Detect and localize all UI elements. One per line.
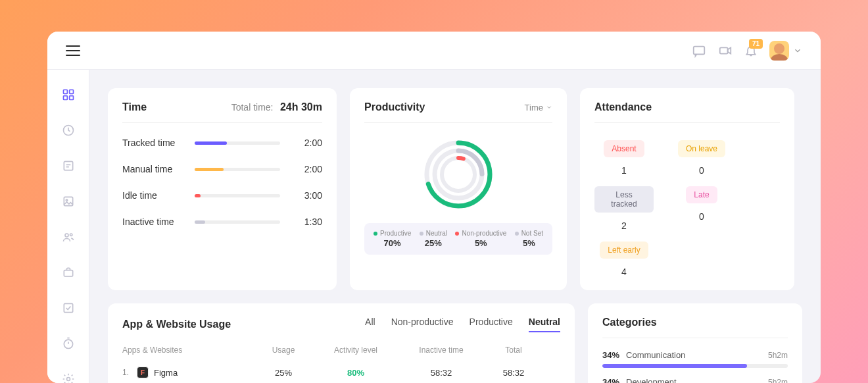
categories-rows: 34% Communication 5h2m 34% Development 5… xyxy=(602,338,788,383)
svg-rect-3 xyxy=(69,90,73,94)
productivity-dropdown[interactable]: Time xyxy=(525,103,552,113)
inactive-time: 58:32 xyxy=(398,368,484,378)
usage-rows: 1.FFigma 25% 80% 58:32 58:322.✱Slack 55%… xyxy=(122,361,560,383)
time-bar xyxy=(195,168,280,171)
legend-item: Non-productive5% xyxy=(455,230,506,248)
usage-card: App & Website Usage AllNon-productivePro… xyxy=(108,303,575,383)
attendance-card-title: Attendance xyxy=(594,101,652,113)
profile-button[interactable] xyxy=(769,41,802,61)
attendance-card: Attendance Absent 1On leave 0Less tracke… xyxy=(580,88,794,290)
time-row-label: Inactive time xyxy=(122,217,195,227)
attendance-count: 0 xyxy=(672,165,731,176)
usage-tabs: AllNon-productiveProductiveNeutral xyxy=(365,317,560,332)
usage-tab[interactable]: Non-productive xyxy=(391,317,454,332)
total-time: Total time: 24h 30m xyxy=(231,101,322,113)
notification-badge: 71 xyxy=(749,39,763,49)
sidebar-dashboard-icon[interactable] xyxy=(62,88,75,104)
cards-row-1: Time Total time: 24h 30m Tracked time 2:… xyxy=(108,88,802,290)
time-row-value: 2:00 xyxy=(296,164,322,174)
time-row-value: 3:00 xyxy=(296,190,322,201)
sidebar-briefcase-icon[interactable] xyxy=(62,266,75,282)
attendance-item: Left early 4 xyxy=(594,242,654,277)
categories-card: Categories 34% Communication 5h2m 34% De… xyxy=(588,303,802,383)
content: Time Total time: 24h 30m Tracked time 2:… xyxy=(89,70,821,383)
time-card-title: Time xyxy=(122,101,147,113)
category-name: Communication xyxy=(626,350,761,360)
sidebar-document-icon[interactable] xyxy=(62,159,75,175)
col-inactive: Inactive time xyxy=(398,345,484,355)
time-row: Tracked time 2:00 xyxy=(122,138,322,148)
svg-rect-13 xyxy=(64,303,72,312)
attendance-count: 1 xyxy=(594,165,654,176)
productivity-dropdown-label: Time xyxy=(525,103,543,113)
attendance-tag[interactable]: Left early xyxy=(600,242,648,259)
svg-rect-7 xyxy=(64,161,72,170)
sidebar-timer-icon[interactable] xyxy=(62,337,75,353)
category-row: 34% Development 5h2m xyxy=(602,377,788,383)
attendance-tag[interactable]: On leave xyxy=(678,140,725,157)
time-row: Idle time 3:00 xyxy=(122,190,322,201)
usage-tab[interactable]: All xyxy=(365,317,375,332)
time-bar xyxy=(195,220,280,224)
attendance-item: Absent 1 xyxy=(594,140,654,176)
svg-rect-5 xyxy=(69,96,73,100)
attendance-count: 4 xyxy=(594,267,654,277)
attendance-count: 0 xyxy=(672,211,731,222)
app-icon: F xyxy=(137,367,149,378)
productivity-legend: Productive70%Neutral25%Non-productive5%N… xyxy=(364,223,552,255)
total-time: 58:32 xyxy=(484,368,543,378)
usage-row: 1.FFigma 25% 80% 58:32 58:32 xyxy=(122,361,560,383)
topbar-right: 71 xyxy=(692,41,802,61)
time-row-value: 2:00 xyxy=(296,138,322,148)
sidebar-clock-icon[interactable] xyxy=(62,124,75,140)
total-time-label: Total time: xyxy=(231,102,274,113)
category-name: Development xyxy=(626,377,761,383)
productivity-card-title: Productivity xyxy=(364,101,425,113)
sidebar-checkbox-icon[interactable] xyxy=(62,301,75,317)
topbar: 71 xyxy=(47,32,821,70)
cards-row-2: App & Website Usage AllNon-productivePro… xyxy=(108,303,802,383)
svg-point-10 xyxy=(65,234,68,237)
attendance-tag[interactable]: Absent xyxy=(604,140,644,157)
sidebar-gear-icon[interactable] xyxy=(62,372,75,383)
time-row: Inactive time 1:30 xyxy=(122,217,322,227)
menu-icon[interactable] xyxy=(66,45,80,56)
productivity-card-header: Productivity Time xyxy=(364,101,552,123)
total-time-value: 24h 30m xyxy=(280,101,322,113)
time-bar xyxy=(195,141,280,145)
time-row-label: Manual time xyxy=(122,164,195,174)
video-icon[interactable] xyxy=(718,43,733,58)
category-row: 34% Communication 5h2m xyxy=(602,350,788,368)
main-body: Time Total time: 24h 30m Tracked time 2:… xyxy=(47,70,821,383)
svg-point-11 xyxy=(70,234,72,236)
bell-icon[interactable]: 71 xyxy=(744,44,758,57)
legend-item: Neutral25% xyxy=(420,230,447,248)
app-name: Figma xyxy=(154,368,178,378)
attendance-tag[interactable]: Late xyxy=(686,186,717,203)
svg-rect-12 xyxy=(64,270,72,276)
svg-rect-2 xyxy=(63,90,67,94)
category-pct: 34% xyxy=(602,377,619,383)
category-bar xyxy=(602,364,788,368)
donut-chart xyxy=(364,123,552,223)
time-card-header: Time Total time: 24h 30m xyxy=(122,101,322,123)
svg-rect-4 xyxy=(63,96,67,100)
time-rows: Tracked time 2:00Manual time 2:00Idle ti… xyxy=(122,123,322,227)
productivity-card: Productivity Time xyxy=(350,88,567,290)
time-row-label: Tracked time xyxy=(122,138,195,148)
sidebar-people-icon[interactable] xyxy=(62,230,75,246)
chat-icon[interactable] xyxy=(692,43,706,58)
usage-tab[interactable]: Productive xyxy=(470,317,513,332)
category-time: 5h2m xyxy=(768,351,788,360)
attendance-tag[interactable]: Less tracked xyxy=(594,186,654,213)
attendance-card-header: Attendance xyxy=(594,101,780,123)
time-row-value: 1:30 xyxy=(296,217,322,227)
sidebar-image-icon[interactable] xyxy=(62,195,75,211)
chevron-down-icon xyxy=(546,104,552,111)
svg-rect-8 xyxy=(64,197,72,205)
time-bar xyxy=(195,194,280,197)
usage-tab[interactable]: Neutral xyxy=(529,317,560,332)
svg-rect-1 xyxy=(720,47,728,53)
col-activity: Activity level xyxy=(313,345,398,355)
category-time: 5h2m xyxy=(768,378,788,384)
